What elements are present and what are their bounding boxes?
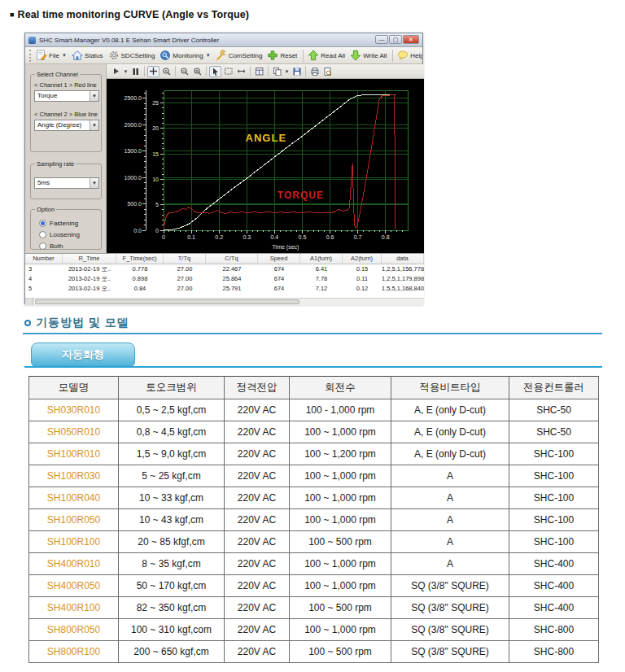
scroll-left-arrow-icon[interactable] xyxy=(25,299,33,305)
table-cell: 0.778 xyxy=(116,264,164,274)
window-titlebar[interactable]: SHC Smart-Manager V0.08.1 E Sehan Smart … xyxy=(25,33,422,47)
toolbar-button-label: Monitoring xyxy=(173,52,203,59)
table-cell: 3 xyxy=(25,264,63,274)
pan-crosshair-button[interactable] xyxy=(147,66,160,77)
h-extent-button[interactable] xyxy=(235,66,247,77)
radio-label: Loosening xyxy=(50,231,80,238)
table-cell: 82 ~ 350 kgf,cm xyxy=(119,597,225,619)
svg-text:1500.0: 1500.0 xyxy=(125,148,142,154)
table-cell: SHC-100 xyxy=(509,487,599,509)
minimize-button[interactable]: — xyxy=(375,35,388,44)
horizontal-scrollbar[interactable] xyxy=(25,298,424,305)
zoom-out-button[interactable] xyxy=(178,66,190,77)
svg-text:25: 25 xyxy=(152,100,159,106)
svg-text:20: 20 xyxy=(152,125,159,131)
help-button[interactable]: Help xyxy=(396,49,422,62)
svg-text:1000.0: 1000.0 xyxy=(125,175,142,181)
section-title: 기동방법 및 모델 xyxy=(24,316,129,330)
tab-automation-type[interactable]: 자동화형 xyxy=(31,343,135,367)
toolbar-separator xyxy=(175,66,176,76)
table-row[interactable]: 32013-02-19 오..0.77827.0022.4676746.410.… xyxy=(25,264,424,274)
write-all-button[interactable]: Write All xyxy=(348,49,390,62)
radio-label: Fastening xyxy=(50,220,78,227)
column-header[interactable]: F_Time(sec) xyxy=(116,254,164,264)
chevron-down-icon[interactable]: ▼ xyxy=(284,69,290,74)
chevron-down-icon[interactable]: ▼ xyxy=(90,178,98,188)
chevron-down-icon[interactable]: ▼ xyxy=(90,91,98,101)
reset-button[interactable]: Reset xyxy=(265,49,300,62)
table-cell: 100 ~ 500 rpm xyxy=(290,641,391,663)
comsetting-button[interactable]: ComSetting xyxy=(214,49,266,62)
table-cell: SHC-100 xyxy=(509,443,599,465)
table-row[interactable]: 52013-02-19 오..0.8427.0025.7916747.120.1… xyxy=(25,284,424,294)
table-cell: SHC-800 xyxy=(509,619,599,641)
table-cell: 5 xyxy=(25,284,63,294)
pause-button[interactable] xyxy=(129,66,142,77)
svg-text:0: 0 xyxy=(155,228,159,233)
table-cell: A xyxy=(391,531,509,553)
select-box-button[interactable] xyxy=(222,66,234,77)
table-row: SH100R0101,5 ~ 9,0 kgf,cm220V AC100 ~ 1,… xyxy=(29,443,599,465)
circle-bullet-icon xyxy=(24,320,31,326)
column-header[interactable]: R_Time xyxy=(63,254,116,264)
balloon-icon xyxy=(397,50,409,61)
zoom-in-button[interactable] xyxy=(191,66,203,77)
table-cell: A xyxy=(391,465,509,487)
radio-fastening[interactable]: Fastening xyxy=(39,220,78,227)
chevron-down-icon[interactable]: ▼ xyxy=(123,69,129,74)
channel1-select[interactable]: Torque ▼ xyxy=(34,90,99,102)
chevron-down-icon[interactable]: ▼ xyxy=(90,120,98,130)
table-row: SH050R0100,8 ~ 4,5 kgf,cm220V AC100 ~ 1,… xyxy=(29,421,599,443)
radio-icon[interactable] xyxy=(39,242,46,250)
table-cell: A xyxy=(391,553,509,575)
column-header: 정격전압 xyxy=(225,377,290,399)
cursor-button[interactable] xyxy=(209,66,221,77)
radio-both[interactable]: Both xyxy=(39,242,63,250)
status-button[interactable]: Status xyxy=(70,49,107,62)
green-plus-icon xyxy=(267,50,278,61)
chart-canvas[interactable]: 0.0500.01000.01500.02000.02500.005101520… xyxy=(107,79,424,253)
read-all-button[interactable]: Read All xyxy=(306,49,348,62)
table-cell: 20 ~ 85 kfgf,cm xyxy=(119,531,225,553)
svg-text:0.4: 0.4 xyxy=(270,234,278,240)
toolbar-separator xyxy=(268,66,269,76)
print-button[interactable] xyxy=(308,66,321,77)
table-row: SH400R10082 ~ 350 kgf,cm220V AC100 ~ 500… xyxy=(29,597,599,619)
radio-icon[interactable] xyxy=(39,231,46,238)
column-header[interactable]: Number xyxy=(25,254,63,264)
zoom-star-button[interactable] xyxy=(160,66,173,77)
channel2-select[interactable]: Angle (Degree) ▼ xyxy=(34,120,99,131)
save-button[interactable] xyxy=(291,66,303,77)
preview-button[interactable] xyxy=(321,66,334,77)
arrow-up-icon xyxy=(308,50,319,61)
table-row: SH100R04010 ~ 33 kgf,cm220V AC100 ~ 1,00… xyxy=(29,487,599,509)
sdcsetting-button[interactable]: SDCSetting xyxy=(107,49,159,62)
file-button[interactable]: File▼ xyxy=(34,49,70,62)
column-header[interactable]: C/Tq xyxy=(206,254,258,264)
play-button[interactable] xyxy=(110,66,122,77)
file-icon xyxy=(36,50,47,61)
table-cell: 220V AC xyxy=(225,597,290,619)
close-button[interactable]: ✕ xyxy=(403,35,419,44)
column-header[interactable]: A2(turn) xyxy=(343,254,382,264)
table-cell: 100 ~ 1,000 rpm xyxy=(290,487,391,509)
monitoring-button[interactable]: Monitoring▼ xyxy=(158,49,213,62)
properties-button[interactable] xyxy=(253,66,265,77)
gear-icon xyxy=(108,50,120,61)
column-header[interactable]: Speed xyxy=(258,254,300,264)
table-row[interactable]: 42013-02-19 오..0.89827.0025.8646747.780.… xyxy=(25,274,424,284)
svg-text:0.8: 0.8 xyxy=(382,234,390,240)
group-label: Sampling rate xyxy=(35,160,76,168)
column-header[interactable]: data xyxy=(382,254,424,264)
column-header[interactable]: T/Tq xyxy=(164,254,206,264)
scrollbar-thumb[interactable] xyxy=(35,299,299,304)
table-cell: 2013-02-19 오.. xyxy=(63,284,116,294)
maximize-button[interactable]: ▢ xyxy=(389,35,402,44)
table-cell: 220V AC xyxy=(225,421,290,443)
table-cell: 27.00 xyxy=(164,264,206,274)
column-header[interactable]: A1(turn) xyxy=(300,254,343,264)
radio-loosening[interactable]: Loosening xyxy=(39,231,80,238)
sampling-rate-select[interactable]: 5ms ▼ xyxy=(34,177,99,189)
copy-button[interactable] xyxy=(271,66,283,77)
radio-icon[interactable] xyxy=(39,220,46,227)
